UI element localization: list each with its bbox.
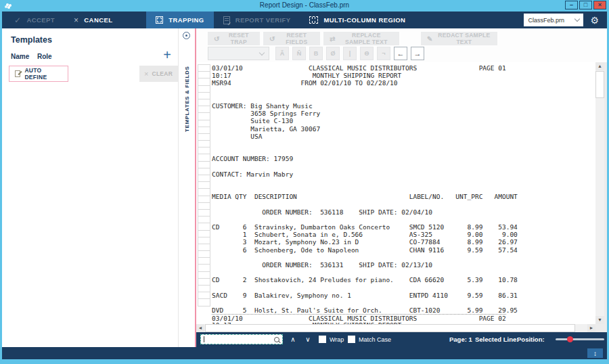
report-line[interactable]: CUSTOMER: Big Shanty Music bbox=[212, 102, 518, 110]
trap-char-button[interactable]: | bbox=[343, 47, 357, 60]
vertical-scroll-thumb[interactable] bbox=[595, 71, 604, 98]
replace-sample-text-button[interactable]: ⇄ REPLACE SAMPLE TEXT bbox=[323, 32, 399, 45]
report-line[interactable]: 10:17 MONTHLY SHIPPING REPORT bbox=[212, 72, 518, 79]
report-line[interactable] bbox=[212, 147, 518, 155]
report-line[interactable] bbox=[212, 140, 518, 147]
report-line[interactable] bbox=[212, 87, 518, 95]
find-next-button[interactable]: ∨ bbox=[302, 334, 314, 344]
report-line[interactable]: 3 Mozart, Symphony No.23 in D CO-77884 8… bbox=[212, 238, 518, 246]
report-line[interactable] bbox=[212, 162, 518, 170]
add-template-button[interactable]: + bbox=[163, 47, 171, 63]
report-line[interactable]: USA bbox=[212, 133, 518, 140]
status-bar: ↕ bbox=[2, 347, 607, 359]
report-line[interactable]: DVD 5 Holst, St. Paul's Suite for Orch. … bbox=[212, 306, 518, 314]
report-text: 03/01/10 CLASSICAL MUSIC DISTRIBUTORS PA… bbox=[212, 64, 518, 324]
report-line[interactable]: 03/01/10 CLASSICAL MUSIC DISTRIBUTORS PA… bbox=[212, 64, 518, 72]
trap-type-select[interactable] bbox=[208, 47, 269, 60]
expand-height-button[interactable]: ↕ bbox=[587, 348, 603, 358]
scroll-down-arrow[interactable]: ▼ bbox=[595, 316, 604, 324]
report-line[interactable] bbox=[212, 185, 518, 193]
report-line[interactable] bbox=[212, 299, 518, 306]
report-line[interactable] bbox=[212, 200, 518, 208]
report-line[interactable]: 3658 Springs Ferry bbox=[212, 110, 518, 117]
chevron-down-icon bbox=[259, 49, 265, 55]
report-line[interactable]: CONTACT: Marvin Mabry bbox=[212, 170, 518, 178]
gear-icon[interactable]: ⚙ bbox=[590, 15, 599, 26]
wrap-label: Wrap bbox=[330, 336, 344, 343]
page-indicator: Page: 1 bbox=[449, 336, 472, 343]
trap-char-button[interactable]: ¬ bbox=[377, 47, 390, 60]
auto-define-button[interactable]: AUTO DEFINE bbox=[9, 66, 68, 82]
report-line[interactable]: SACD 9 Balakirev, Symphony no. 1 ENTPD 4… bbox=[212, 292, 518, 299]
match-case-label: Match Case bbox=[359, 336, 391, 343]
trap-char-button[interactable]: Ø bbox=[326, 47, 340, 60]
report-line[interactable]: ORDER NUMBER: 536131 SHIP DATE: 02/13/10 bbox=[212, 261, 518, 269]
vertical-scrollbar[interactable]: ▲ ▼ bbox=[595, 62, 604, 324]
trap-char-button[interactable]: Ã bbox=[275, 47, 289, 60]
report-file-select[interactable]: ClassFeb.prn bbox=[524, 14, 583, 26]
position-slider-knob[interactable] bbox=[567, 336, 573, 342]
report-viewport[interactable]: 03/01/10 CLASSICAL MUSIC DISTRIBUTORS PA… bbox=[196, 62, 595, 324]
find-previous-button[interactable]: ∧ bbox=[287, 334, 299, 344]
report-line[interactable] bbox=[212, 216, 518, 223]
dashed-columns-icon bbox=[309, 16, 318, 24]
search-icon bbox=[274, 337, 279, 342]
position-slider[interactable] bbox=[556, 338, 604, 340]
match-case-checkbox[interactable] bbox=[348, 336, 355, 343]
tab-report-verify[interactable]: REPORT VERIFY bbox=[214, 12, 300, 28]
scroll-left-arrow[interactable]: ◄ bbox=[196, 324, 204, 332]
scroll-right-arrow[interactable]: ► bbox=[587, 324, 595, 332]
search-input[interactable] bbox=[204, 336, 274, 343]
report-line[interactable]: Marietta, GA 30067 bbox=[212, 125, 518, 133]
report-line[interactable] bbox=[212, 95, 518, 102]
report-line[interactable]: 6 Schoenberg, Ode to Napoleon CHAN 9116 … bbox=[212, 246, 518, 254]
report-line[interactable] bbox=[212, 269, 518, 276]
reset-trap-button[interactable]: ↺ RESET TRAP bbox=[208, 32, 260, 45]
report-line[interactable]: MSR94 FROM 02/01/10 TO 02/28/10 bbox=[212, 79, 518, 87]
horizontal-scrollbar[interactable]: ◄ ► bbox=[196, 324, 595, 332]
report-line[interactable] bbox=[212, 254, 518, 261]
panel-collapse-strip: TEMPLATES & FIELDS bbox=[178, 28, 196, 347]
trap-frame-icon bbox=[156, 16, 163, 24]
report-line[interactable]: Suite C-130 bbox=[212, 117, 518, 124]
reset-fields-button[interactable]: ↺ RESET FIELDS bbox=[263, 32, 320, 45]
report-line[interactable]: CD 6 Stravinsky, Dumbarton Oaks Concerto… bbox=[212, 223, 518, 231]
trap-move-right-button[interactable]: → bbox=[411, 47, 424, 60]
report-line[interactable]: ACCOUNT NUMBER: 17959 bbox=[212, 155, 518, 162]
report-line[interactable]: ORDER NUMBER: 536118 SHIP DATE: 02/04/10 bbox=[212, 208, 518, 216]
reset-icon: ↺ bbox=[214, 35, 220, 43]
gutter-cell[interactable] bbox=[198, 298, 210, 306]
report-line[interactable]: 03/01/10 CLASSICAL MUSIC DISTRIBUTORS PA… bbox=[212, 314, 506, 321]
wrap-checkbox[interactable] bbox=[319, 336, 326, 343]
content-area: Templates Name Role + AUTO DEFINE × CLEA… bbox=[2, 28, 607, 347]
report-design-window: Report Design - ClassFeb.prn – □ × ✓ ACC… bbox=[0, 0, 609, 364]
redact-sample-text-button[interactable]: ✎ REDACT SAMPLE TEXT bbox=[421, 32, 497, 45]
tab-trapping[interactable]: TRAPPING bbox=[146, 12, 213, 28]
accept-button[interactable]: ✓ ACCEPT bbox=[5, 12, 64, 28]
close-button[interactable]: × bbox=[593, 1, 606, 9]
tab-multi-column-region[interactable]: MULTI-COLUMN REGION bbox=[300, 12, 415, 28]
maximize-button[interactable]: □ bbox=[579, 1, 592, 9]
trap-char-button[interactable]: Ɵ bbox=[360, 47, 374, 60]
position-label: Position: bbox=[517, 336, 545, 343]
horizontal-scroll-thumb[interactable] bbox=[205, 324, 575, 332]
swap-icon: ⇄ bbox=[330, 35, 336, 43]
clear-button[interactable]: × CLEAR bbox=[139, 66, 178, 82]
report-line[interactable]: CD 2 Shostakovich, 24 Preludes for piano… bbox=[212, 276, 518, 283]
scrollbar-gap bbox=[604, 62, 607, 332]
pin-toggle-icon[interactable] bbox=[183, 32, 190, 39]
check-icon: ✓ bbox=[14, 16, 21, 25]
report-line[interactable]: 1 Schubert, Sonata in e, D.566 AS-325 9.… bbox=[212, 231, 518, 238]
cancel-button[interactable]: × CANCEL bbox=[64, 12, 122, 28]
search-bar: ∧ ∨ Wrap Match Case Page: 1 Selected Lin… bbox=[196, 332, 607, 347]
tab-templates-and-fields[interactable]: TEMPLATES & FIELDS bbox=[179, 44, 196, 132]
trap-char-button[interactable]: Ñ bbox=[292, 47, 306, 60]
line-gutter bbox=[198, 64, 210, 306]
scroll-up-arrow[interactable]: ▲ bbox=[595, 62, 604, 70]
report-line[interactable] bbox=[212, 178, 518, 185]
trap-move-left-button[interactable]: ← bbox=[394, 47, 407, 60]
minimize-button[interactable]: – bbox=[565, 1, 578, 9]
trap-char-button[interactable]: B bbox=[309, 47, 323, 60]
report-line[interactable]: MEDIA QTY DESCRIPTION LABEL/NO. UNT_PRC … bbox=[212, 193, 518, 200]
report-line[interactable] bbox=[212, 283, 518, 291]
